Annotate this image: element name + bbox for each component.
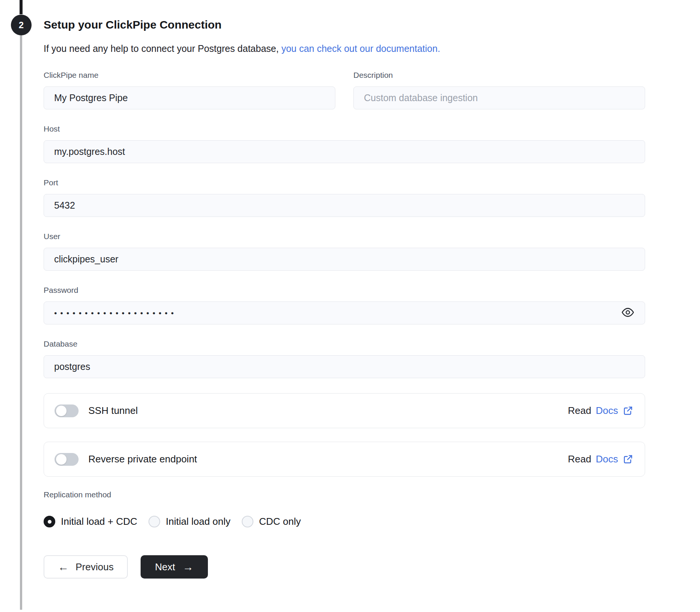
intro-text: If you need any help to connect your Pos… — [44, 42, 645, 55]
read-text: Read — [568, 405, 591, 417]
intro-text-plain: If you need any help to connect your Pos… — [44, 43, 279, 54]
step-number-badge: 2 — [11, 15, 32, 35]
radio-label: Initial load only — [166, 516, 230, 527]
previous-button[interactable]: ← Previous — [44, 555, 128, 579]
reverse-private-endpoint-docs-link[interactable]: Docs — [596, 453, 618, 465]
ssh-tunnel-toggle[interactable] — [55, 404, 79, 417]
clickpipe-name-input[interactable] — [44, 86, 335, 109]
user-group: User — [44, 232, 645, 271]
radio-circle-icon — [148, 516, 160, 527]
radio-label: CDC only — [259, 516, 301, 527]
clickpipe-name-group: ClickPipe name — [44, 71, 335, 109]
reverse-private-endpoint-row: Reverse private endpoint Read Docs — [44, 442, 645, 477]
port-label: Port — [44, 178, 645, 187]
database-input[interactable] — [44, 355, 645, 378]
replication-method-options: Initial load + CDC Initial load only CDC… — [44, 516, 645, 527]
step-connector-bottom — [20, 35, 22, 610]
radio-label: Initial load + CDC — [61, 516, 137, 527]
database-label: Database — [44, 339, 645, 348]
port-group: Port — [44, 178, 645, 217]
reverse-private-endpoint-toggle[interactable] — [55, 453, 79, 466]
replication-method-label: Replication method — [44, 490, 645, 499]
read-text: Read — [568, 453, 591, 465]
user-label: User — [44, 232, 645, 241]
next-button-label: Next — [155, 561, 175, 573]
password-label: Password — [44, 286, 645, 295]
ssh-tunnel-label: SSH tunnel — [88, 405, 138, 417]
radio-circle-icon — [44, 516, 55, 527]
radio-cdc-only[interactable]: CDC only — [242, 516, 301, 527]
description-label: Description — [353, 71, 645, 80]
form-actions: ← Previous Next → — [44, 555, 645, 579]
step-number: 2 — [19, 20, 24, 30]
radio-initial-load-only[interactable]: Initial load only — [148, 516, 230, 527]
database-group: Database — [44, 339, 645, 378]
radio-circle-icon — [242, 516, 253, 527]
description-input[interactable] — [353, 86, 645, 109]
previous-button-label: Previous — [76, 561, 114, 573]
host-input[interactable] — [44, 140, 645, 163]
password-group: Password — [44, 286, 645, 324]
ssh-tunnel-docs-link[interactable]: Docs — [596, 405, 618, 417]
external-link-icon[interactable] — [623, 405, 633, 416]
host-group: Host — [44, 124, 645, 163]
description-group: Description — [353, 71, 645, 109]
right-arrow-icon: → — [183, 562, 194, 573]
step-connector-top — [20, 0, 23, 14]
toggle-knob — [56, 406, 67, 416]
left-arrow-icon: ← — [58, 562, 69, 573]
port-input[interactable] — [44, 194, 645, 217]
documentation-link[interactable]: you can check out our documentation. — [281, 43, 440, 54]
ssh-tunnel-row: SSH tunnel Read Docs — [44, 393, 645, 428]
external-link-icon[interactable] — [623, 454, 633, 465]
toggle-knob — [56, 454, 67, 465]
password-input[interactable] — [44, 301, 645, 324]
host-label: Host — [44, 124, 645, 133]
connection-form: ClickPipe name Description Host Port Use… — [44, 71, 645, 579]
page-title: Setup your ClickPipe Connection — [44, 18, 645, 32]
next-button[interactable]: Next → — [141, 555, 208, 579]
eye-icon — [621, 306, 634, 320]
user-input[interactable] — [44, 248, 645, 271]
clickpipe-name-label: ClickPipe name — [44, 71, 335, 80]
reverse-private-endpoint-label: Reverse private endpoint — [88, 453, 197, 465]
radio-initial-load-cdc[interactable]: Initial load + CDC — [44, 516, 137, 527]
clickpipe-connection-section: Setup your ClickPipe Connection If you n… — [44, 0, 645, 579]
show-password-button[interactable] — [620, 306, 635, 321]
